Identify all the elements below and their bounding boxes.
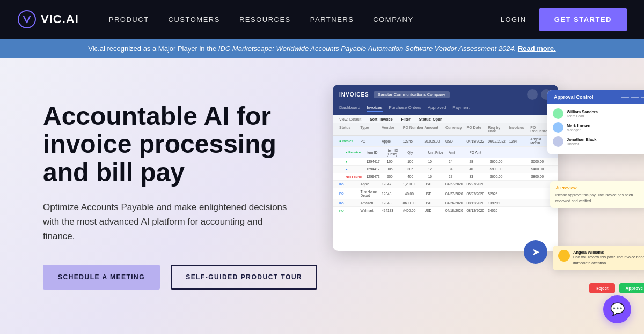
table-row[interactable]: PO Apple 12347 1,200.00 USD 04/27/2020 0…	[333, 181, 558, 188]
announcement-link[interactable]: Read more.	[518, 44, 556, 53]
panel-person-2: Mark Larsen Manager	[553, 122, 644, 133]
sc-header-title: INVOICES	[339, 92, 369, 98]
announcement-bar: Vic.ai recognized as a Major Player in t…	[0, 39, 644, 58]
panel-header: Approval Control	[547, 90, 644, 104]
nav-right: LOGIN GET STARTED	[501, 8, 627, 31]
hero-image: INVOICES Sanstar Communications Company …	[322, 69, 644, 315]
panel-person-1: William Sanders Team Lead ✓	[553, 108, 644, 119]
chat-bubble[interactable]: 💬	[603, 295, 631, 323]
logo[interactable]: VIC.AI	[17, 10, 79, 29]
send-icon: ➤	[532, 246, 540, 258]
avatar-1	[553, 108, 564, 119]
hero-title: Accountable AI for invoice processing an…	[43, 102, 322, 187]
sc-tab-payment[interactable]: Payment	[452, 104, 470, 112]
send-button[interactable]: ➤	[524, 240, 547, 264]
hero-subtitle: Optimize Accounts Payable and make enlig…	[43, 200, 290, 244]
table-row[interactable]: PO Walmart 424133 #400.00 USD 04/18/2020…	[333, 207, 558, 214]
sc-table-body: ● Invoice PO Apple 12345 20,005.00 USD 0…	[333, 136, 558, 214]
avatar-3	[553, 136, 564, 147]
navbar: VIC.AI PRODUCT CUSTOMERS RESOURCES PARTN…	[0, 0, 644, 39]
msg-avatar	[558, 250, 570, 262]
approval-panel: Approval Control William Sanders Team Le…	[547, 90, 644, 154]
schedule-meeting-button[interactable]: SCHEDULE A MEETING	[43, 265, 160, 290]
hero-content: Accountable AI for invoice processing an…	[43, 102, 322, 290]
table-row[interactable]: PO Amazon 12348 #600.00 USD 04/26/2020 0…	[333, 199, 558, 207]
nav-product[interactable]: PRODUCT	[109, 16, 149, 24]
table-row[interactable]: PO The Home Depot 12348 +40.00 USD 04/27…	[333, 188, 558, 199]
hero-section: Accountable AI for invoice processing an…	[0, 58, 644, 334]
nav-partners[interactable]: PARTNERS	[310, 16, 354, 24]
table-row[interactable]: ● 1294417 305 305 12 34 40 $900.00 $400.…	[333, 166, 558, 173]
table-row[interactable]: ● 1294417 100 100 10 24 28 $600.00 $600.…	[333, 158, 558, 166]
reject-button[interactable]: Reject	[589, 283, 615, 293]
chat-icon: 💬	[610, 302, 625, 316]
table-row[interactable]: ● Invoice PO Apple 12345 20,005.00 USD 0…	[333, 136, 558, 147]
nav-customers[interactable]: CUSTOMERS	[169, 16, 220, 24]
sc-tab-dashboard[interactable]: Dashboard	[339, 104, 360, 112]
login-link[interactable]: LOGIN	[501, 16, 526, 24]
svg-point-0	[18, 11, 35, 28]
note-panel: ⚠ Preview Please approve this pay. The i…	[550, 181, 644, 208]
sc-header: INVOICES Sanstar Communications Company	[333, 85, 558, 104]
message-panel: Angela Williams Can you review this pay?…	[553, 246, 644, 270]
sc-filter-row: View: Default Sort: Invoice Filter Statu…	[333, 115, 558, 123]
nav-resources[interactable]: RESOURCES	[239, 16, 291, 24]
sc-nav-tabs: Dashboard Invoices Purchase Orders Appro…	[333, 104, 558, 115]
note-text: Please approve this pay. The invoice has…	[555, 192, 644, 204]
screenshot-main: INVOICES Sanstar Communications Company …	[333, 85, 558, 251]
hero-buttons: SCHEDULE A MEETING SELF-GUIDED PRODUCT T…	[43, 265, 322, 290]
get-started-button[interactable]: GET STARTED	[539, 8, 627, 31]
product-tour-button[interactable]: SELF-GUIDED PRODUCT TOUR	[171, 265, 317, 290]
panel-body: William Sanders Team Lead ✓ Mark Larsen …	[547, 104, 644, 154]
action-buttons: Reject Approve	[589, 283, 644, 293]
logo-icon	[17, 10, 36, 29]
table-row[interactable]: ● Receive Item ID Item ID (Desc) Qty Uni…	[333, 147, 558, 158]
table-row[interactable]: Not Found 1299473 200 400 16 27 33 $600.…	[333, 173, 558, 181]
panel-person-3: Jonathan Black Director	[553, 136, 644, 147]
sc-table-header: Status Type Vendor PO Number Amount Curr…	[333, 123, 558, 136]
sc-tab-approved[interactable]: Approved	[428, 104, 446, 112]
logo-text: VIC.AI	[41, 12, 79, 26]
panel-title: Approval Control	[554, 94, 594, 100]
approve-button[interactable]: Approve	[619, 283, 644, 293]
avatar-2	[553, 122, 564, 133]
nav-links: PRODUCT CUSTOMERS RESOURCES PARTNERS COM…	[109, 16, 479, 24]
sc-company-badge: Sanstar Communications Company	[374, 91, 450, 98]
nav-company[interactable]: COMPANY	[373, 16, 413, 24]
sc-tab-po[interactable]: Purchase Orders	[389, 104, 421, 112]
sc-tab-invoices[interactable]: Invoices	[367, 104, 382, 112]
announcement-text: Vic.ai recognized as a Major Player in t…	[88, 44, 555, 53]
